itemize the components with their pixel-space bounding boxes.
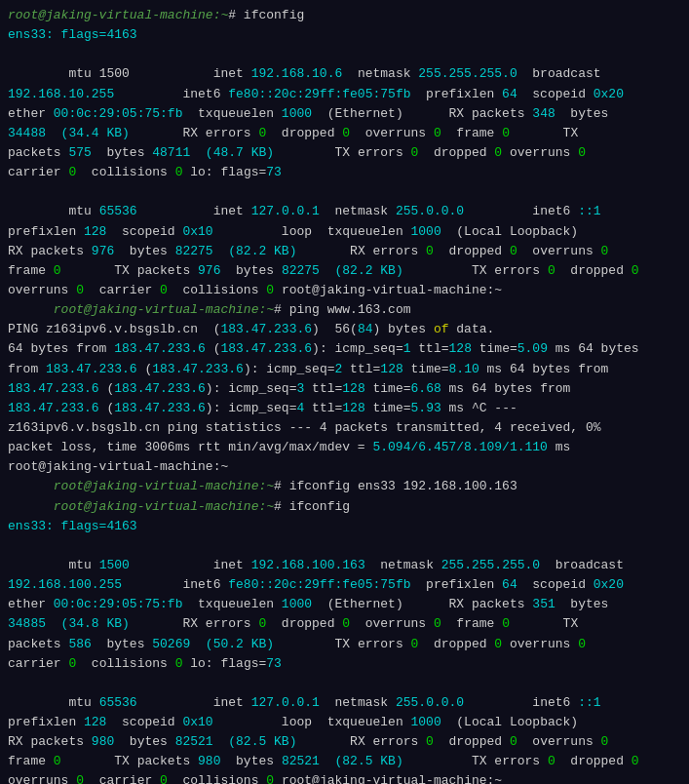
ttl-4: 128 — [342, 401, 364, 415]
line-30: packets 586 bytes 50269 (50.2 KB) TX err… — [8, 635, 681, 654]
broadcast-2: 192.168.100.255 — [8, 577, 122, 592]
txqueuelen-2: 1000 — [282, 597, 312, 611]
lo-prefixlen-2: 128 — [84, 715, 106, 729]
line-1: root@jaking-virtual-machine:~# ifconfig — [8, 6, 681, 25]
line-36: overruns 0 carrier 0 collisions 0 root@j… — [8, 771, 681, 784]
rx-frame-2: 0 — [502, 616, 510, 631]
line-32: mtu 65536 inet 127.0.0.1 netmask 255.0.0… — [8, 693, 681, 713]
ether-2: 00:0c:29:05:75:fb — [54, 597, 183, 611]
lo-ip-1: 127.0.0.1 — [251, 204, 320, 218]
line-29: 34885 (34.8 KB) RX errors 0 dropped 0 ov… — [8, 614, 681, 634]
lo-tx-errors-2: 0 — [548, 754, 555, 768]
netmask-2: 255.255.255.0 — [441, 558, 540, 572]
tx-bytes-2: 50269 (50.2 KB) — [152, 637, 274, 651]
lo-flags-2: 73 — [266, 656, 282, 671]
line-16: 64 bytes from 183.47.233.6 (183.47.233.6… — [8, 339, 681, 359]
tx-errors-1: 0 — [411, 145, 419, 160]
ping-of-1: of — [434, 322, 449, 336]
line-9: mtu 65536 inet 127.0.0.1 netmask 255.0.0… — [8, 202, 681, 221]
seq-1: 1 — [403, 341, 411, 356]
lo-netmask-2: 255.0.0.0 — [396, 695, 464, 710]
line-17: from 183.47.233.6 (183.47.233.6): icmp_s… — [8, 360, 681, 379]
lo-tx-dropped-1: 0 — [632, 263, 639, 278]
prompt-1: root@jaking-virtual-machine:~ — [8, 8, 228, 22]
ping-ip-1: 183.47.233.6 — [220, 322, 312, 336]
line-12: frame 0 TX packets 976 bytes 82275 (82.2… — [8, 261, 681, 281]
tx-dropped-1: 0 — [494, 145, 502, 160]
lo-rx-errors-2: 0 — [426, 734, 434, 749]
line-23: root@jaking-virtual-machine:~# ifconfig … — [8, 477, 681, 496]
seq-4: 4 — [296, 401, 304, 415]
line-13: overruns 0 carrier 0 collisions 0 root@j… — [8, 281, 681, 300]
lo-mtu-1: 65536 — [99, 204, 137, 218]
ping-from-3: 183.47.233.6 — [8, 381, 99, 396]
flags-1: ens33: flags=4163 — [8, 27, 137, 42]
ttl-2: 128 — [380, 362, 402, 376]
lo-tx-packets-2: 980 — [198, 754, 220, 768]
ping-bytes-1: 84 — [358, 322, 373, 336]
txqueuelen-1: 1000 — [282, 106, 312, 121]
lo-tx-errors-1: 0 — [548, 263, 555, 278]
line-33: prefixlen 128 scopeid 0x10 loop txqueuel… — [8, 713, 681, 732]
line-20: z163ipv6.v.bsgslb.cn ping statistics ---… — [8, 418, 681, 438]
line-28: ether 00:0c:29:05:75:fb txqueuelen 1000 … — [8, 595, 681, 614]
lo-rx-dropped-1: 0 — [510, 244, 517, 258]
terminal: root@jaking-virtual-machine:~# ifconfig … — [0, 0, 689, 784]
line-3: mtu 1500 inet 192.168.10.6 netmask 255.2… — [8, 64, 681, 84]
lo-tx-dropped-2: 0 — [632, 754, 639, 768]
line-7: packets 575 bytes 48711 (48.7 KB) TX err… — [8, 143, 681, 163]
line-18: 183.47.233.6 (183.47.233.6): icmp_seq=3 … — [8, 379, 681, 399]
seq-3: 3 — [296, 381, 304, 396]
rx-errors-1: 0 — [258, 126, 266, 140]
rx-dropped-1: 0 — [342, 126, 350, 140]
rx-overruns-2: 0 — [434, 616, 441, 631]
rx-errors-2: 0 — [258, 616, 266, 631]
line-14: root@jaking-virtual-machine:~# ping www.… — [8, 300, 681, 320]
blank-4 — [8, 674, 681, 693]
lo-netmask-1: 255.0.0.0 — [396, 204, 464, 218]
tx-overruns-1: 0 — [578, 145, 586, 160]
carrier-1: 0 — [68, 165, 76, 179]
line-19: 183.47.233.6 (183.47.233.6): icmp_seq=4 … — [8, 399, 681, 418]
line-6: 34488 (34.4 KB) RX errors 0 dropped 0 ov… — [8, 124, 681, 143]
lo-tx-bytes-2: 82521 (82.5 KB) — [282, 754, 403, 768]
ttl-3: 128 — [342, 381, 364, 396]
lo-inet6-1: ::1 — [578, 204, 600, 218]
ping-from-2b: 183.47.233.6 — [152, 362, 244, 376]
rx-overruns-1: 0 — [434, 126, 441, 140]
lo-txqueuelen-1: 1000 — [411, 224, 441, 239]
line-4: 192.168.10.255 inet6 fe80::20c:29ff:fe05… — [8, 85, 681, 104]
prompt-3: root@jaking-virtual-machine:~ — [54, 479, 274, 493]
rx-bytes-1: 34488 (34.4 KB) — [8, 126, 130, 140]
tx-overruns-2: 0 — [578, 637, 586, 651]
lo-collisions-2: 0 — [266, 773, 274, 784]
line-10: prefixlen 128 scopeid 0x10 loop txqueuel… — [8, 222, 681, 242]
lo-rx-overruns-1: 0 — [601, 244, 609, 258]
lo-carrier-1: 0 — [160, 283, 168, 297]
ip-2: 192.168.100.163 — [251, 558, 365, 572]
rx-packets-1: 348 — [532, 106, 555, 121]
lo-rx-packets-1: 976 — [92, 244, 114, 258]
line-34: RX packets 980 bytes 82521 (82.5 KB) RX … — [8, 732, 681, 752]
tx-errors-2: 0 — [411, 637, 419, 651]
prefixlen-2: 64 — [502, 577, 517, 592]
ttl-1: 128 — [449, 341, 472, 356]
lo-rx-packets-2: 980 — [92, 734, 114, 749]
ping-from-3b: 183.47.233.6 — [114, 381, 206, 396]
lo-collisions-1: 0 — [266, 283, 274, 297]
lo-scopeid-2: 0x10 — [182, 715, 212, 729]
inet6-1: fe80::20c:29ff:fe05:75fb — [228, 87, 410, 101]
tx-bytes-1: 48711 (48.7 KB) — [152, 145, 274, 160]
lo-frame-1: 0 — [54, 263, 61, 278]
scopeid-2: 0x20 — [593, 577, 624, 592]
lo-overruns-2: 0 — [76, 773, 84, 784]
ping-from-1b: 183.47.233.6 — [220, 341, 312, 356]
line-25: ens33: flags=4163 — [8, 517, 681, 536]
line-22: root@jaking-virtual-machine:~ — [8, 457, 681, 477]
cmd-3: # ifconfig ens33 192.168.100.163 — [274, 479, 517, 493]
lo-ip-2: 127.0.0.1 — [251, 695, 320, 710]
lo-mtu-2: 65536 — [99, 695, 137, 710]
line-24: root@jaking-virtual-machine:~# ifconfig — [8, 497, 681, 517]
statistics-label: statistics — [206, 420, 282, 435]
rtt-vals: 5.094/6.457/8.109/1.110 — [372, 440, 547, 454]
